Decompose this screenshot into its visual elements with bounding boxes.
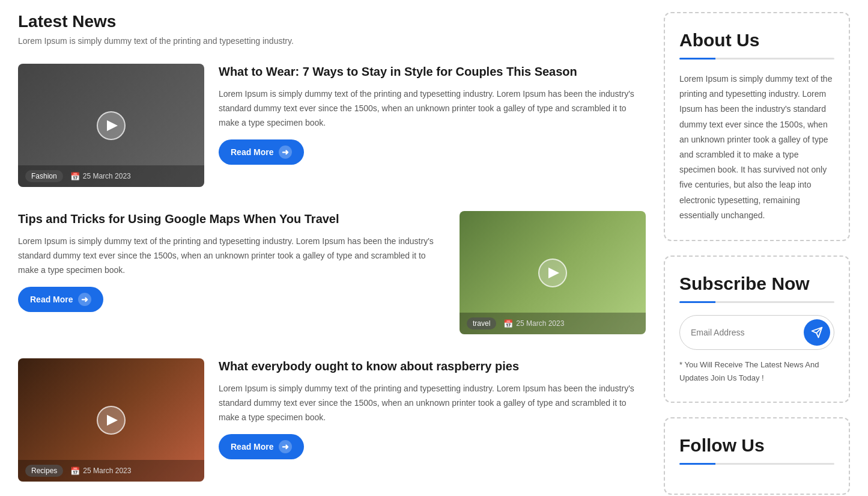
article-title: Tips and Tricks for Using Google Maps Wh… bbox=[18, 211, 445, 227]
section-subtitle: Lorem Ipsum is simply dummy text of the … bbox=[18, 36, 646, 46]
follow-us-divider bbox=[679, 463, 834, 465]
article-body: Lorem Ipsum is simply dummy text of the … bbox=[219, 382, 646, 424]
subscribe-divider bbox=[679, 301, 834, 303]
read-more-button[interactable]: Read More ➜ bbox=[219, 434, 304, 459]
article-image-fashion: Fashion 📅 25 March 2023 bbox=[18, 64, 204, 187]
calendar-icon: 📅 bbox=[503, 319, 513, 328]
about-us-body: Lorem Ipsum is simply dummy text of the … bbox=[679, 72, 834, 223]
subscribe-submit-button[interactable] bbox=[804, 319, 830, 346]
article-image-recipes: Recipes 📅 25 March 2023 bbox=[18, 358, 204, 482]
article-card: travel 📅 25 March 2023 Tips and Tricks f… bbox=[18, 211, 646, 334]
subscribe-note: * You Will Receive The Latest News And U… bbox=[679, 358, 834, 385]
article-card: Fashion 📅 25 March 2023 What to Wear: 7 … bbox=[18, 64, 646, 187]
follow-us-card: Follow Us bbox=[664, 417, 850, 495]
image-footer: Recipes 📅 25 March 2023 bbox=[18, 460, 204, 482]
play-button[interactable] bbox=[97, 111, 126, 140]
play-button[interactable] bbox=[97, 406, 126, 435]
category-badge: Recipes bbox=[25, 465, 63, 477]
arrow-icon: ➜ bbox=[78, 293, 91, 306]
article-title: What everybody ought to know about raspb… bbox=[219, 358, 646, 375]
page-layout: Latest News Lorem Ipsum is simply dummy … bbox=[0, 0, 868, 496]
send-icon bbox=[811, 326, 823, 338]
article-title: What to Wear: 7 Ways to Stay in Style fo… bbox=[219, 64, 646, 80]
article-text: What everybody ought to know about raspb… bbox=[219, 358, 646, 459]
article-date: 📅 25 March 2023 bbox=[70, 467, 131, 476]
category-badge: Fashion bbox=[25, 170, 63, 182]
article-body: Lorem Ipsum is simply dummy text of the … bbox=[219, 87, 646, 130]
arrow-icon: ➜ bbox=[279, 145, 292, 159]
calendar-icon: 📅 bbox=[70, 172, 80, 181]
about-us-title: About Us bbox=[679, 30, 834, 51]
about-us-divider bbox=[679, 58, 834, 60]
category-badge: travel bbox=[467, 317, 496, 329]
about-us-card: About Us Lorem Ipsum is simply dummy tex… bbox=[664, 12, 850, 241]
article-body: Lorem Ipsum is simply dummy text of the … bbox=[18, 234, 445, 277]
image-footer: Fashion 📅 25 March 2023 bbox=[18, 165, 204, 187]
sidebar: About Us Lorem Ipsum is simply dummy tex… bbox=[664, 12, 850, 496]
article-card: Recipes 📅 25 March 2023 What everybody o… bbox=[18, 358, 646, 482]
read-more-button[interactable]: Read More ➜ bbox=[18, 287, 103, 312]
follow-us-title: Follow Us bbox=[679, 435, 834, 456]
arrow-icon: ➜ bbox=[279, 440, 292, 453]
article-date: 📅 25 March 2023 bbox=[70, 172, 131, 181]
article-text: Tips and Tricks for Using Google Maps Wh… bbox=[18, 211, 445, 312]
subscribe-title: Subscribe Now bbox=[679, 274, 834, 294]
article-image-travel: travel 📅 25 March 2023 bbox=[460, 211, 646, 334]
read-more-button[interactable]: Read More ➜ bbox=[219, 139, 304, 165]
article-text: What to Wear: 7 Ways to Stay in Style fo… bbox=[219, 64, 646, 165]
email-input-wrap bbox=[679, 315, 834, 350]
subscribe-card: Subscribe Now * You Will Receive The Lat… bbox=[664, 256, 850, 403]
section-title: Latest News bbox=[18, 12, 646, 31]
image-footer: travel 📅 25 March 2023 bbox=[460, 313, 646, 334]
article-date: 📅 25 March 2023 bbox=[503, 319, 564, 328]
play-button[interactable] bbox=[538, 259, 567, 287]
email-input[interactable] bbox=[691, 328, 804, 337]
calendar-icon: 📅 bbox=[70, 467, 80, 476]
main-content: Latest News Lorem Ipsum is simply dummy … bbox=[18, 12, 646, 496]
